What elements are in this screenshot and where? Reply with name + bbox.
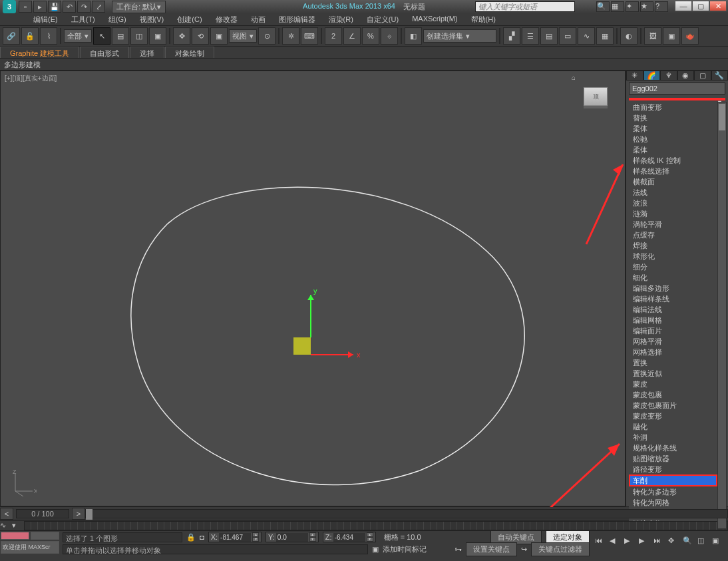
modifier-item[interactable]: 涟漪 (629, 208, 717, 219)
coord-y-input[interactable] (276, 533, 308, 542)
workspace-dropdown[interactable]: 工作台: 默认 ▾ (112, 1, 166, 13)
unlink-tool-icon[interactable]: 🔓 (21, 27, 39, 45)
ribbon-tab[interactable]: Graphite 建模工具 (0, 47, 79, 58)
pivot-icon[interactable]: ⊙ (258, 27, 275, 45)
modifier-item[interactable]: 细分 (629, 262, 717, 272)
script-rec-icon[interactable] (1, 532, 29, 540)
undo-icon[interactable]: ↶ (63, 1, 76, 13)
select-name-icon[interactable]: ▤ (112, 27, 129, 45)
display-tab-icon[interactable]: ▢ (694, 71, 711, 81)
menu-item[interactable]: 自定义(U) (360, 13, 405, 25)
play-icon[interactable]: ▶ (624, 536, 637, 550)
isolate-icon[interactable]: ◘ (200, 533, 204, 541)
menu-item[interactable]: 图形编辑器 (272, 13, 322, 25)
spinner[interactable]: ▴▾ (309, 532, 316, 542)
coord-x-input[interactable] (219, 533, 251, 542)
goto-start-icon[interactable]: ⏮ (595, 536, 608, 550)
goto-end-icon[interactable]: ⏭ (653, 536, 667, 550)
menu-item[interactable]: 创建(C) (170, 13, 208, 25)
modifier-item[interactable]: 规格化样条线 (629, 443, 717, 453)
key-icon[interactable]: 🗝 (455, 545, 462, 553)
next-frame-icon[interactable]: ▶ (639, 536, 652, 550)
keyfilter-button[interactable]: 关键点过滤器 (531, 542, 590, 556)
modifier-item[interactable]: 细化 (629, 272, 717, 283)
viewport[interactable]: [+][顶][真实+边面] ⌂ 顶 x y x z (0, 71, 626, 506)
time-slider-thumb[interactable] (86, 509, 92, 520)
menu-item[interactable]: 组(G) (102, 13, 133, 25)
modifier-item[interactable]: 融化 (629, 421, 717, 432)
ref-coord-dropdown[interactable]: 视图▾ (229, 29, 257, 43)
named-sel-icon[interactable]: ◧ (405, 27, 422, 45)
modifier-item[interactable]: 置换 (629, 357, 717, 368)
modifier-item[interactable]: 路径变形 (629, 464, 717, 474)
material-editor-icon[interactable]: ◐ (620, 27, 637, 45)
open-icon[interactable]: ▸ (33, 1, 47, 13)
modifier-item[interactable]: 编辑网格 (629, 315, 717, 325)
modifier-item[interactable]: 蒙皮包裹面片 (629, 400, 717, 411)
menu-item[interactable]: 动画 (244, 13, 272, 25)
keymode-icon[interactable]: ↪ (521, 545, 527, 554)
mirror-icon[interactable]: ▞ (503, 27, 520, 45)
subscription-icon[interactable]: ▦ (611, 1, 624, 12)
filter-icon[interactable]: ▾ (12, 521, 24, 530)
lock-icon[interactable]: 🔒 (186, 533, 196, 542)
render-frame-icon[interactable]: ▣ (663, 27, 680, 45)
timetag-icon[interactable]: ▣ (372, 545, 379, 554)
modifier-item[interactable]: 车削 (629, 474, 717, 486)
toggle-ribbon-icon[interactable]: ▭ (559, 27, 576, 45)
link-icon[interactable]: ⤤ (92, 1, 105, 13)
search-icon[interactable]: 🔍 (596, 1, 610, 12)
motion-tab-icon[interactable]: ◉ (677, 71, 695, 81)
window-crossing-icon[interactable]: ▣ (149, 27, 166, 45)
object-name-field[interactable]: Egg002 (629, 83, 725, 94)
spinner[interactable]: ▴▾ (367, 532, 373, 542)
modifier-item[interactable]: 松驰 (629, 134, 717, 144)
timeline-prev-icon[interactable]: < (0, 508, 13, 520)
menu-item[interactable]: MAXScript(M) (405, 13, 464, 25)
menu-item[interactable]: 编辑(E) (27, 13, 65, 25)
modifier-item[interactable]: 转化为网格 (629, 497, 717, 508)
add-timetag-label[interactable]: 添加时间标记 (383, 544, 427, 554)
modify-tab-icon[interactable]: 🌈 (643, 71, 661, 81)
modifier-item[interactable]: 样条线 IK 控制 (629, 155, 717, 166)
help-icon[interactable]: ? (655, 1, 668, 12)
modifier-item[interactable]: 网格选择 (629, 347, 717, 357)
menu-item[interactable]: 视图(V) (133, 13, 171, 25)
modifier-item[interactable]: 点缓存 (629, 230, 717, 240)
modifier-item[interactable]: 补洞 (629, 432, 717, 443)
render-setup-icon[interactable]: 🖼 (644, 27, 661, 45)
modifier-item[interactable]: 焊接 (629, 240, 717, 251)
modifier-item[interactable]: 编辑面片 (629, 325, 717, 336)
gizmo-origin[interactable] (293, 337, 311, 355)
maximize-button[interactable]: ▢ (692, 1, 709, 11)
modifier-item[interactable]: 转化为多边形 (629, 486, 717, 497)
new-icon[interactable]: ▫ (19, 1, 32, 13)
selection-filter-dropdown[interactable]: 全部▾ (64, 29, 92, 43)
snap-percent-icon[interactable]: % (362, 27, 379, 45)
ribbon-tab[interactable]: 对象绘制 (165, 47, 214, 58)
prev-frame-icon[interactable]: ◀ (610, 536, 623, 550)
hierarchy-tab-icon[interactable]: ♆ (660, 71, 677, 81)
spinner[interactable]: ▴▾ (252, 532, 259, 542)
rotate-icon[interactable]: ⟲ (192, 27, 209, 45)
setkey-button[interactable]: 设置关键点 (466, 542, 517, 556)
layers-icon[interactable]: ▤ (540, 27, 558, 45)
manipulate-icon[interactable]: ✲ (282, 27, 299, 45)
viewport-fov-icon[interactable]: ◫ (697, 536, 711, 550)
modifier-item[interactable]: 球形化 (629, 251, 717, 262)
modifier-item[interactable]: 替换 (629, 112, 717, 123)
redo-icon[interactable]: ↷ (77, 1, 91, 13)
scrollbar-thumb[interactable] (719, 104, 725, 130)
minimize-button[interactable]: — (675, 1, 692, 11)
app-logo[interactable]: 3 (3, 0, 16, 13)
snap-angle-icon[interactable]: ∠ (343, 27, 361, 45)
modifier-list-dropdown[interactable] (629, 98, 725, 100)
modifier-list[interactable]: 曲面变形替换柔体松驰柔体样条线 IK 控制样条线选择横截面法线波浪涟漪涡轮平滑点… (629, 102, 717, 529)
curve-editor-icon[interactable]: ∿ (578, 27, 595, 45)
track-ruler[interactable] (24, 521, 728, 530)
snap-spinner-icon[interactable]: ⟐ (381, 27, 398, 45)
menu-item[interactable]: 修改器 (209, 13, 244, 25)
favorite-icon[interactable]: ★ (640, 1, 653, 12)
script-box[interactable] (31, 532, 59, 540)
modifier-item[interactable]: 网格平滑 (629, 336, 717, 347)
